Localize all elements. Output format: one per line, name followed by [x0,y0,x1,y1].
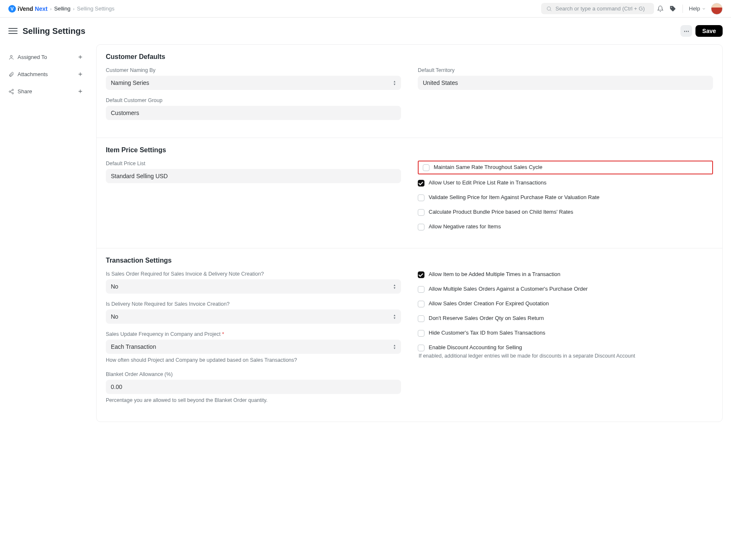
breadcrumb-sep-icon: › [73,6,74,11]
brand-logo[interactable]: V iVendNext [8,5,48,13]
checkbox-label: Allow User to Edit Price List Rate in Tr… [429,179,547,186]
field-help: How often should Project and Company be … [106,356,401,364]
select-dn-required[interactable]: No ▲▼ [106,309,401,324]
checkbox-label: Validate Selling Price for Item Against … [429,194,600,200]
select-caret-icon: ▲▼ [393,284,396,289]
sidebar-label: Assigned To [18,54,47,60]
chevron-down-icon [702,7,706,11]
checkbox-icon [418,345,424,351]
field-label: Customer Naming By [106,67,401,73]
field-default-price-list: Default Price List Standard Selling USD [106,161,401,183]
svg-point-2 [671,7,672,8]
checkbox-icon [418,271,424,278]
field-label: Default Price List [106,161,401,166]
notifications-button[interactable] [654,5,667,12]
tag-icon [670,5,676,12]
checkbox-hide-tax-id[interactable]: Hide Customer's Tax ID from Sales Transa… [418,330,713,337]
save-button[interactable]: Save [695,25,723,37]
checkbox-icon [418,180,424,187]
section-customer-defaults: Customer Defaults Customer Naming By Nam… [97,45,722,138]
sidebar-toggle[interactable] [8,28,18,34]
plus-icon[interactable]: ＋ [77,53,84,61]
checkbox-label: Calculate Product Bundle Price based on … [429,209,573,215]
select-caret-icon: ▲▼ [393,80,396,86]
svg-point-3 [10,55,13,57]
checkbox-allow-multi-so[interactable]: Allow Multiple Sales Orders Against a Cu… [418,286,713,293]
checkbox-allow-edit-price-list[interactable]: Allow User to Edit Price List Rate in Tr… [418,179,713,187]
field-help: Percentage you are allowed to sell beyon… [106,396,401,404]
checkbox-label: Enable Discount Accounting for Selling [429,344,522,350]
select-so-required[interactable]: No ▲▼ [106,279,401,294]
checkbox-maintain-same-rate[interactable]: Maintain Same Rate Throughout Sales Cycl… [418,161,713,174]
select-customer-naming-by[interactable]: Naming Series ▲▼ [106,76,401,90]
input-blanket-allowance[interactable]: 0.00 [106,380,401,394]
select-value: No [111,283,118,290]
checkbox-icon [418,301,424,307]
sidebar-assigned-to[interactable]: Assigned To ＋ [8,49,84,66]
svg-point-5 [9,91,11,92]
link-default-customer-group[interactable]: Customers [106,106,401,120]
section-transaction: Transaction Settings Is Sales Order Requ… [97,248,722,422]
field-label: Default Territory [418,67,713,73]
checkbox-label: Allow Negative rates for Items [429,223,501,230]
link-value: Customers [111,110,139,116]
plus-icon[interactable]: ＋ [77,70,84,79]
checkbox-icon [418,209,424,216]
more-actions-button[interactable]: ⋯ [680,25,692,37]
input-value: 0.00 [111,384,122,390]
field-default-territory: Default Territory United States [418,67,713,90]
breadcrumb-selling[interactable]: Selling [54,5,70,12]
page-title: Selling Settings [23,26,85,36]
field-default-customer-group: Default Customer Group Customers [106,97,401,120]
checkbox-allow-multi-add[interactable]: Allow Item to be Added Multiple Times in… [418,271,713,278]
field-label: Default Customer Group [106,97,401,103]
checkbox-dont-reserve[interactable]: Don't Reserve Sales Order Qty on Sales R… [418,315,713,322]
user-avatar[interactable] [711,3,723,15]
sidebar-share[interactable]: Share ＋ [8,83,84,100]
checkbox-label: Allow Multiple Sales Orders Against a Cu… [429,286,588,292]
plus-icon[interactable]: ＋ [77,87,84,96]
checkbox-help: If enabled, additional ledger entries wi… [418,352,713,360]
paperclip-icon [8,72,14,77]
field-label: Is Sales Order Required for Sales Invoic… [106,271,401,277]
checkbox-icon [418,224,424,230]
brand-text-next: Next [35,5,47,12]
user-target-icon [8,54,14,60]
checkbox-bundle-price[interactable]: Calculate Product Bundle Price based on … [418,209,713,216]
checkbox-discount-accounting[interactable]: Enable Discount Accounting for Selling [418,344,713,351]
search-input[interactable]: Search or type a command (Ctrl + G) [541,3,654,14]
section-heading: Customer Defaults [106,53,713,61]
select-caret-icon: ▲▼ [393,344,396,350]
divider [682,5,683,13]
svg-line-7 [10,90,12,91]
help-label: Help [689,5,700,12]
select-value: No [111,313,118,320]
brand-text-ivend: iVend [18,5,33,12]
ellipsis-icon: ⋯ [684,28,689,34]
checkbox-validate-selling-price[interactable]: Validate Selling Price for Item Against … [418,194,713,201]
link-value: United States [423,79,458,86]
checkbox-label: Maintain Same Rate Throughout Sales Cycl… [434,164,542,170]
field-customer-naming-by: Customer Naming By Naming Series ▲▼ [106,67,401,90]
select-update-frequency[interactable]: Each Transaction ▲▼ [106,340,401,354]
checkbox-negative-rates[interactable]: Allow Negative rates for Items [418,223,713,230]
link-default-price-list[interactable]: Standard Selling USD [106,169,401,183]
search-icon [546,6,552,12]
svg-line-1 [550,10,552,11]
sidebar-attachments[interactable]: Attachments ＋ [8,66,84,83]
select-caret-icon: ▲▼ [393,314,396,320]
checkbox-label: Allow Item to be Added Multiple Times in… [429,271,560,277]
svg-point-4 [12,89,14,91]
share-icon [8,89,14,95]
form-sidebar: Assigned To ＋ Attachments ＋ Share ＋ [8,44,84,422]
link-default-territory[interactable]: United States [418,76,713,90]
checkbox-icon [418,286,424,293]
checkbox-expired-quotation[interactable]: Allow Sales Order Creation For Expired Q… [418,300,713,307]
field-label: Is Delivery Note Required for Sales Invo… [106,301,401,307]
help-menu[interactable]: Help [686,5,708,12]
select-value: Naming Series [111,79,149,86]
tags-button[interactable] [667,5,679,12]
field-label: Blanket Order Allowance (%) [106,371,401,377]
page-header: Selling Settings ⋯ Save [0,18,731,44]
form-card: Customer Defaults Customer Naming By Nam… [96,44,723,422]
